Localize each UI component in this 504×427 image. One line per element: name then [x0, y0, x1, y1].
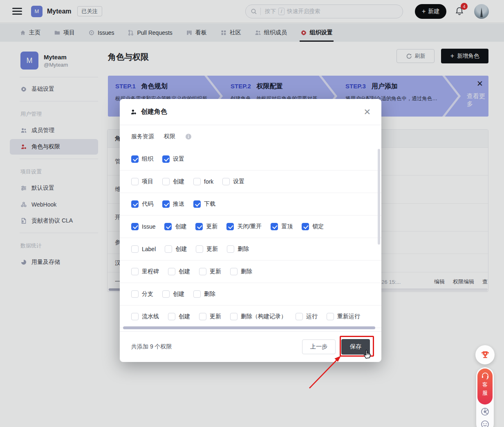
permission-label: 组织: [142, 155, 153, 163]
checkbox-checked[interactable]: [162, 155, 170, 163]
permission-checkbox-item[interactable]: 锁定: [302, 223, 324, 230]
modal-header: 创建角色 ✕: [120, 99, 381, 125]
checkbox-checked[interactable]: [302, 223, 309, 230]
permission-checkbox-item[interactable]: 代码: [131, 200, 153, 208]
permission-checkbox-item[interactable]: 项目: [131, 178, 153, 185]
permission-checkbox-item[interactable]: 推送: [162, 200, 184, 208]
modal-vertical-scrollbar[interactable]: [378, 149, 380, 245]
modal-footer: 共添加 9 个权限 上一步 保存: [120, 331, 381, 362]
permission-checkbox-item[interactable]: 创建: [165, 245, 187, 253]
permissions-summary: 共添加 9 个权限: [131, 343, 172, 351]
checkbox-checked[interactable]: [131, 200, 139, 208]
permission-checkbox-item[interactable]: 流水线: [131, 313, 159, 320]
smiley-icon[interactable]: [480, 420, 490, 427]
modal-close-icon[interactable]: ✕: [363, 108, 371, 116]
permission-checkbox-item[interactable]: 设置: [162, 155, 184, 163]
checkbox-unchecked[interactable]: [199, 313, 206, 320]
permissions-list: 组织设置项目创建fork设置代码推送下载Issue创建更新关闭/重开置顶锁定La…: [120, 148, 381, 331]
permission-checkbox-item[interactable]: 里程碑: [131, 268, 159, 275]
checkbox-checked[interactable]: [271, 223, 278, 230]
permission-checkbox-item[interactable]: 关闭/重开: [226, 223, 262, 230]
permission-checkbox-item[interactable]: 创建: [168, 313, 190, 320]
tab-service-resource[interactable]: 服务资源: [131, 133, 154, 140]
permission-checkbox-item[interactable]: 下载: [193, 200, 215, 208]
checkbox-unchecked[interactable]: [296, 313, 303, 320]
checkbox-unchecked[interactable]: [199, 268, 206, 275]
permission-checkbox-item[interactable]: 创建: [168, 268, 190, 275]
permission-checkbox-item[interactable]: 更新: [199, 268, 221, 275]
customer-service-label: 客服: [482, 381, 488, 397]
permission-checkbox-item[interactable]: 设置: [222, 178, 244, 185]
permission-checkbox-item[interactable]: 删除（构建记录）: [230, 313, 287, 320]
permission-label: 代码: [142, 200, 153, 208]
checkbox-checked[interactable]: [162, 200, 170, 208]
permission-row: Issue创建更新关闭/重开置顶锁定: [120, 216, 381, 238]
permission-label: 删除: [241, 268, 252, 275]
checkbox-checked[interactable]: [131, 155, 139, 163]
modal-horizontal-scrollbar[interactable]: [123, 326, 375, 329]
tab-permission[interactable]: 权限: [164, 133, 175, 140]
permission-checkbox-item[interactable]: 重新运行: [327, 313, 360, 320]
checkbox-unchecked[interactable]: [131, 313, 139, 320]
permission-checkbox-item[interactable]: 创建: [164, 223, 186, 230]
checkbox-unchecked[interactable]: [165, 245, 172, 253]
rewards-button[interactable]: [475, 345, 495, 364]
customer-service-button[interactable]: 客服: [477, 369, 493, 405]
checkbox-unchecked[interactable]: [193, 290, 201, 298]
checkbox-unchecked[interactable]: [168, 313, 175, 320]
shutter-logo-icon[interactable]: [480, 407, 490, 416]
permission-checkbox-item[interactable]: 运行: [296, 313, 318, 320]
checkbox-checked[interactable]: [195, 223, 203, 230]
checkbox-unchecked[interactable]: [131, 178, 139, 185]
permission-checkbox-item[interactable]: 组织: [131, 155, 153, 163]
permission-label: 设置: [173, 155, 184, 163]
permission-checkbox-item[interactable]: 更新: [196, 245, 218, 253]
permission-label: 更新: [210, 268, 221, 275]
checkbox-unchecked[interactable]: [227, 245, 234, 253]
checkbox-unchecked[interactable]: [193, 178, 201, 185]
permission-checkbox-item[interactable]: fork: [193, 178, 213, 185]
permission-row: 分支创建删除: [120, 283, 381, 306]
permission-label: 更新: [206, 223, 217, 230]
permission-row: 项目创建fork设置: [120, 171, 381, 193]
checkbox-unchecked[interactable]: [222, 178, 230, 185]
permission-checkbox-item[interactable]: 分支: [131, 290, 153, 298]
checkbox-unchecked[interactable]: [230, 268, 237, 275]
checkbox-unchecked[interactable]: [230, 313, 237, 320]
checkbox-unchecked[interactable]: [162, 290, 170, 298]
checkbox-checked[interactable]: [226, 223, 234, 230]
permission-label: 删除: [204, 290, 215, 298]
checkbox-unchecked[interactable]: [327, 313, 334, 320]
permission-label: fork: [204, 178, 213, 185]
checkbox-unchecked[interactable]: [196, 245, 203, 253]
permission-checkbox-item[interactable]: 置顶: [271, 223, 293, 230]
permission-checkbox-item[interactable]: 更新: [195, 223, 217, 230]
create-role-modal: 创建角色 ✕ 服务资源 权限 组织设置项目创建fork设置代码推送下载Issue…: [120, 99, 381, 362]
checkbox-unchecked[interactable]: [162, 178, 170, 185]
checkbox-checked[interactable]: [164, 223, 172, 230]
permission-checkbox-item[interactable]: 删除: [227, 245, 249, 253]
permission-checkbox-item[interactable]: 更新: [199, 313, 221, 320]
checkbox-unchecked[interactable]: [131, 290, 139, 298]
role-person-icon: [130, 109, 137, 115]
permission-checkbox-item[interactable]: Label: [131, 245, 156, 253]
previous-step-button[interactable]: 上一步: [302, 339, 336, 354]
checkbox-unchecked[interactable]: [131, 245, 139, 253]
permission-checkbox-item[interactable]: Issue: [131, 223, 155, 230]
checkbox-unchecked[interactable]: [168, 268, 175, 275]
checkbox-checked[interactable]: [193, 200, 201, 208]
permission-checkbox-item[interactable]: 创建: [162, 290, 184, 298]
permission-checkbox-item[interactable]: 删除: [230, 268, 252, 275]
permission-row: 组织设置: [120, 148, 381, 171]
info-icon[interactable]: [185, 133, 192, 140]
permission-checkbox-item[interactable]: 删除: [193, 290, 215, 298]
checkbox-checked[interactable]: [131, 223, 139, 230]
permission-row: 代码推送下载: [120, 193, 381, 216]
checkbox-unchecked[interactable]: [131, 268, 139, 275]
permission-label: 锁定: [312, 223, 324, 230]
save-button[interactable]: 保存: [341, 339, 370, 355]
permission-checkbox-item[interactable]: 创建: [162, 178, 184, 185]
trophy-icon: [480, 350, 490, 360]
headset-icon: [481, 372, 489, 380]
permission-label: 删除（构建记录）: [241, 313, 287, 320]
